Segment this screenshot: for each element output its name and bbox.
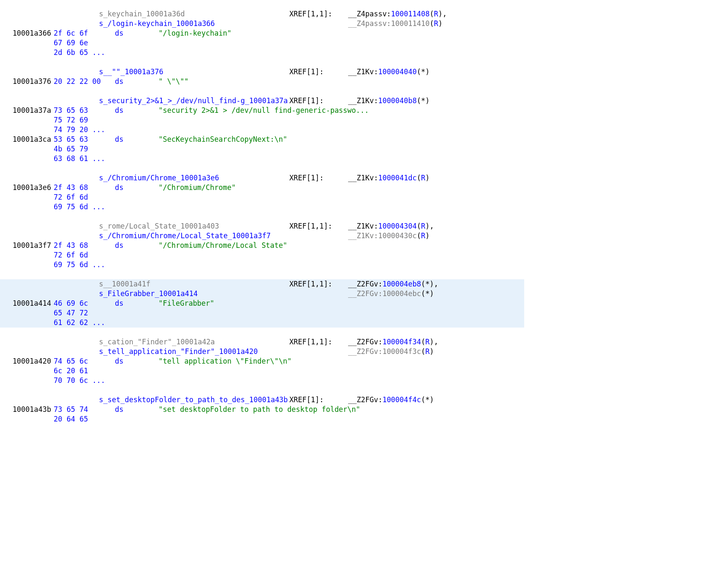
xref-header: XREF[1]: bbox=[289, 96, 348, 106]
symbol-label[interactable]: s_/Chromium/Chrome/Local_State_10001a3f7 bbox=[99, 231, 289, 241]
listing-row[interactable]: 75 72 69 bbox=[0, 115, 524, 125]
hex-bytes: 63 68 61 ... bbox=[54, 154, 99, 164]
string-operand[interactable]: "tell application \"Finder\"\n" bbox=[159, 356, 524, 366]
listing-row[interactable]: s_/Chromium/Chrome_10001a3e6XREF[1]:__Z1… bbox=[0, 173, 524, 183]
listing-content: s_keychain_10001a36dXREF[1,1]:__Z4passv:… bbox=[99, 9, 524, 19]
string-operand[interactable]: "security 2>&1 > /dev/null find-generic-… bbox=[159, 106, 524, 115]
xref-list: __Z1Kv:1000040b8(*) bbox=[348, 96, 524, 106]
listing-row[interactable]: 2d 6b 65 ... bbox=[0, 48, 524, 57]
xref[interactable]: __Z1Kv:100004304(R), bbox=[348, 222, 434, 230]
listing-row[interactable]: 72 6f 6d bbox=[0, 193, 524, 202]
listing-row[interactable]: s_tell_application_"Finder"_10001a420__Z… bbox=[0, 347, 524, 356]
symbol-label[interactable]: s_set_desktopFolder_to_path_to_des_10001… bbox=[99, 395, 289, 405]
listing-content bbox=[99, 193, 524, 202]
address: 10001a414 bbox=[0, 299, 54, 308]
string-operand[interactable]: "/Chromium/Chrome/Local State" bbox=[159, 241, 524, 250]
listing-row[interactable]: 10001a3662f 6c 6fds"/login-keychain" bbox=[0, 29, 524, 38]
xref[interactable]: __Z4passv:100011408(R), bbox=[348, 10, 447, 18]
listing-row[interactable]: 67 69 6e bbox=[0, 38, 524, 48]
listing-row[interactable]: 20 64 65 bbox=[0, 414, 524, 424]
disassembly-listing[interactable]: s_keychain_10001a36dXREF[1,1]:__Z4passv:… bbox=[0, 9, 524, 424]
listing-content bbox=[99, 308, 524, 318]
listing-row[interactable]: 6c 20 61 bbox=[0, 366, 524, 376]
listing-row[interactable]: s_/login-keychain_10001a366__Z4passv:100… bbox=[0, 19, 524, 29]
address bbox=[0, 38, 54, 48]
string-operand[interactable]: " \"\"" bbox=[159, 77, 524, 86]
xref[interactable]: __Z2FGv:100004eb8(*), bbox=[348, 280, 438, 288]
listing-row[interactable]: 10001a3e62f 43 68ds"/Chromium/Chrome" bbox=[0, 183, 524, 193]
xref[interactable]: __Z2FGv:100004f4c(*) bbox=[348, 395, 434, 404]
listing-row[interactable]: 10001a37620 22 22 00ds" \"\"" bbox=[0, 77, 524, 86]
listing-row[interactable]: 69 75 6d ... bbox=[0, 260, 524, 270]
xref[interactable]: __Z1Kv:1000040b8(*) bbox=[348, 96, 430, 105]
listing-row[interactable]: s_FileGrabber_10001a414__Z2FGv:100004ebc… bbox=[0, 289, 524, 299]
xref-addr: 100011408 bbox=[391, 10, 429, 18]
address bbox=[0, 414, 54, 424]
listing-content bbox=[99, 144, 524, 154]
hex-bytes: 2f 43 68 bbox=[54, 241, 99, 250]
mnemonic: ds bbox=[99, 106, 159, 115]
xref-header: XREF[1,1]: bbox=[289, 9, 348, 19]
xref-type: R bbox=[421, 232, 425, 240]
xref-func: __Z2FGv: bbox=[348, 289, 382, 298]
string-operand[interactable]: "SecKeychainSearchCopyNext:\n" bbox=[159, 135, 524, 144]
listing-content: s__""_10001a376XREF[1]:__Z1Kv:100004040(… bbox=[99, 67, 524, 77]
listing-row[interactable]: 61 62 62 ... bbox=[0, 318, 524, 328]
listing-row[interactable]: 10001a43b73 65 74ds"set desktopFolder to… bbox=[0, 405, 524, 414]
listing-row[interactable]: s_rome/Local_State_10001a403XREF[1,1]:__… bbox=[0, 221, 524, 231]
listing-row[interactable]: 4b 65 79 bbox=[0, 144, 524, 154]
listing-row[interactable]: s_keychain_10001a36dXREF[1,1]:__Z4passv:… bbox=[0, 9, 524, 19]
listing-row[interactable]: s_security_2>&1_>_/dev/null_find-g_10001… bbox=[0, 96, 524, 106]
symbol-label[interactable]: s__10001a41f bbox=[99, 279, 289, 289]
symbol-label[interactable]: s_tell_application_"Finder"_10001a420 bbox=[99, 347, 289, 356]
listing-row[interactable]: 10001a3f72f 43 68ds"/Chromium/Chrome/Loc… bbox=[0, 241, 524, 250]
symbol-label[interactable]: s__""_10001a376 bbox=[99, 67, 289, 77]
symbol-label[interactable]: s_FileGrabber_10001a414 bbox=[99, 289, 289, 299]
listing-row[interactable]: 72 6f 6d bbox=[0, 250, 524, 260]
listing-row[interactable]: s__10001a41fXREF[1,1]:__Z2FGv:100004eb8(… bbox=[0, 279, 524, 289]
string-operand[interactable]: "/Chromium/Chrome" bbox=[159, 183, 524, 193]
xref[interactable]: __Z2FGv:100004f34(R), bbox=[348, 338, 438, 346]
listing-row[interactable]: s_set_desktopFolder_to_path_to_des_10001… bbox=[0, 395, 524, 405]
xref[interactable]: __Z1Kv:100004040(*) bbox=[348, 68, 430, 76]
listing-row[interactable]: s__""_10001a376XREF[1]:__Z1Kv:100004040(… bbox=[0, 67, 524, 77]
xref-func: __Z1Kv: bbox=[348, 222, 378, 230]
listing-row[interactable]: 70 70 6c ... bbox=[0, 376, 524, 385]
xref-type: * bbox=[425, 280, 429, 288]
listing-row[interactable]: 10001a3ca53 65 63ds"SecKeychainSearchCop… bbox=[0, 135, 524, 144]
symbol-label[interactable]: s_/Chromium/Chrome_10001a3e6 bbox=[99, 173, 289, 183]
address bbox=[0, 173, 54, 183]
xref[interactable]: __Z1Kv:1000041dc(R) bbox=[348, 174, 430, 182]
listing-row[interactable]: 10001a41446 69 6cds"FileGrabber" bbox=[0, 299, 524, 308]
xref-func: __Z1Kv: bbox=[348, 96, 378, 105]
listing-row[interactable]: s_/Chromium/Chrome/Local_State_10001a3f7… bbox=[0, 231, 524, 241]
symbol-label[interactable]: s_keychain_10001a36d bbox=[99, 9, 289, 19]
string-operand[interactable]: "/login-keychain" bbox=[159, 29, 524, 38]
address bbox=[0, 308, 54, 318]
listing-row[interactable]: 10001a37a73 65 63ds"security 2>&1 > /dev… bbox=[0, 106, 524, 115]
listing-content: s_FileGrabber_10001a414__Z2FGv:100004ebc… bbox=[99, 289, 524, 299]
listing-row[interactable]: s_cation_"Finder"_10001a42aXREF[1,1]:__Z… bbox=[0, 337, 524, 347]
listing-row[interactable]: 74 79 20 ... bbox=[0, 125, 524, 135]
listing-row[interactable]: 63 68 61 ... bbox=[0, 154, 524, 164]
listing-content: s_/Chromium/Chrome/Local_State_10001a3f7… bbox=[99, 231, 524, 241]
listing-row[interactable]: 10001a42074 65 6cds"tell application \"F… bbox=[0, 356, 524, 366]
xref-func: __Z1Kv: bbox=[348, 174, 378, 182]
mnemonic: ds bbox=[99, 135, 159, 144]
string-operand[interactable]: "set desktopFolder to path to desktop fo… bbox=[159, 405, 524, 414]
symbol-label[interactable]: s_rome/Local_State_10001a403 bbox=[99, 221, 289, 231]
hex-bytes bbox=[54, 337, 99, 347]
listing-content bbox=[99, 202, 524, 212]
listing-row[interactable]: 65 47 72 bbox=[0, 308, 524, 318]
symbol-label[interactable]: s_security_2>&1_>_/dev/null_find-g_10001… bbox=[99, 96, 289, 106]
string-operand[interactable]: "FileGrabber" bbox=[159, 299, 524, 308]
xref[interactable]: __Z4passv:100011410(R) bbox=[348, 19, 442, 28]
symbol-label[interactable]: s_/login-keychain_10001a366 bbox=[99, 19, 289, 29]
listing-row[interactable]: 69 75 6d ... bbox=[0, 202, 524, 212]
xref[interactable]: __Z2FGv:100004ebc(*) bbox=[348, 289, 434, 298]
symbol-label[interactable]: s_cation_"Finder"_10001a42a bbox=[99, 337, 289, 347]
xref[interactable]: __Z2FGv:100004f3c(R) bbox=[348, 347, 434, 356]
xref-func: __Z2FGv: bbox=[348, 338, 382, 346]
listing-content: s_security_2>&1_>_/dev/null_find-g_10001… bbox=[99, 96, 524, 106]
xref[interactable]: __Z1Kv:10000430c(R) bbox=[348, 232, 430, 240]
